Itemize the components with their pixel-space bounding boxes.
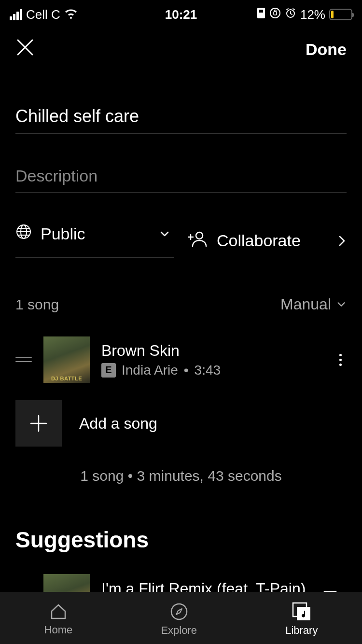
suggestions-heading: Suggestions (15, 527, 347, 553)
collaborate-icon (188, 230, 208, 252)
tab-bar: Home Explore Library (0, 592, 362, 644)
song-artist: India Arie (122, 363, 178, 378)
chevron-down-icon (336, 295, 347, 313)
album-art (43, 336, 90, 383)
battery-icon (329, 9, 352, 20)
explicit-badge: E (101, 363, 116, 378)
song-duration: 3:43 (195, 363, 221, 378)
tab-explore-label: Explore (161, 624, 197, 637)
playlist-title-input[interactable] (15, 95, 347, 134)
collaborate-label: Collaborate (217, 231, 301, 250)
svg-point-7 (196, 232, 203, 239)
add-song-button[interactable]: Add a song (15, 400, 347, 447)
svg-rect-1 (259, 10, 263, 13)
signal-icon (10, 9, 22, 20)
tab-library[interactable]: Library (285, 602, 318, 637)
sort-label: Manual (280, 295, 331, 313)
sort-selector[interactable]: Manual (280, 295, 347, 313)
done-button[interactable]: Done (306, 40, 347, 59)
song-title: Brown Skin (101, 342, 323, 360)
song-row[interactable]: Brown Skin E India Arie • 3:43 (15, 336, 347, 383)
alarm-icon (285, 7, 296, 22)
privacy-selector[interactable]: Public (15, 224, 174, 258)
chevron-down-icon (159, 228, 170, 239)
card-icon (257, 7, 265, 22)
song-menu-button[interactable] (334, 349, 347, 371)
playlist-summary: 1 song • 3 minutes, 43 seconds (15, 468, 347, 484)
tab-library-label: Library (285, 624, 318, 637)
song-count-label: 1 song (15, 296, 59, 313)
svg-rect-0 (257, 8, 265, 18)
carrier-label: Cell C (26, 7, 60, 22)
playlist-description-input[interactable] (15, 155, 347, 193)
collaborate-button[interactable]: Collaborate (188, 224, 347, 258)
svg-rect-3 (274, 12, 277, 15)
status-bar: Cell C 10:21 12% (0, 0, 362, 24)
wifi-icon (64, 7, 78, 22)
tab-home[interactable]: Home (44, 602, 73, 636)
privacy-label: Public (41, 224, 85, 243)
globe-icon (15, 224, 32, 244)
plus-icon (15, 400, 62, 447)
svg-rect-10 (297, 607, 310, 620)
chevron-right-icon (337, 235, 347, 247)
close-button[interactable] (15, 38, 35, 61)
tab-home-label: Home (44, 624, 73, 636)
svg-point-8 (171, 604, 187, 619)
tab-explore[interactable]: Explore (161, 602, 197, 637)
add-song-label: Add a song (79, 415, 157, 433)
drag-handle-icon[interactable] (15, 357, 32, 362)
battery-pct: 12% (300, 7, 325, 22)
clock: 10:21 (165, 7, 197, 22)
rotation-lock-icon (269, 7, 281, 22)
